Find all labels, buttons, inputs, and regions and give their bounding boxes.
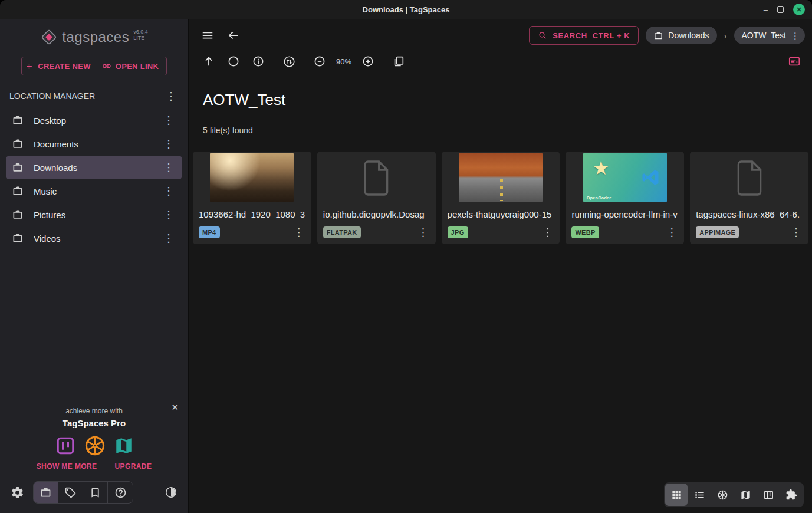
location-label: Videos (34, 234, 61, 244)
location-menu-icon[interactable]: ⋮ (161, 115, 176, 126)
file-card[interactable]: ★OpenCoderrunning-opencoder-llm-in-vWEBP… (566, 152, 684, 244)
map-pro-icon (114, 436, 134, 456)
file-card-footer: FLATPAK⋮ (317, 226, 436, 244)
sidebar-item-downloads[interactable]: Downloads⋮ (6, 156, 182, 179)
locations-panel-button[interactable] (34, 482, 58, 503)
locations-list: Desktop⋮Documents⋮Downloads⋮Music⋮Pictur… (0, 108, 188, 250)
bookmarks-panel-button[interactable] (83, 482, 108, 503)
briefcase-icon (12, 185, 24, 197)
file-thumbnail (193, 152, 311, 203)
close-teaser-icon[interactable]: ✕ (171, 402, 179, 413)
breadcrumb-current-label: AOTW_Test (742, 31, 786, 40)
generic-file-icon (733, 159, 766, 198)
teaser-subtitle: achieve more with (0, 407, 188, 415)
upgrade-link[interactable]: UPGRADE (115, 462, 152, 471)
sidebar-item-pictures[interactable]: Pictures⋮ (6, 203, 182, 226)
briefcase-icon (12, 114, 24, 126)
file-menu-icon[interactable]: ⋮ (540, 227, 555, 238)
extensions-puzzle-icon[interactable] (780, 484, 803, 506)
list-view-icon[interactable] (688, 484, 711, 506)
grid-view-icon[interactable] (665, 484, 688, 506)
location-menu-icon[interactable]: ⋮ (161, 139, 176, 149)
select-all-circle-icon[interactable] (225, 53, 242, 70)
search-button[interactable]: SEARCH CTRL + K (529, 26, 639, 45)
help-panel-button[interactable] (108, 482, 133, 503)
open-link-button[interactable]: OPEN LINK (94, 57, 166, 75)
location-manager-header: LOCATION MANAGER ⋮ (0, 85, 188, 108)
sidebar-item-videos[interactable]: Videos⋮ (6, 226, 182, 250)
gallery-view-icon[interactable] (711, 484, 734, 506)
open-details-panel-icon[interactable] (786, 53, 803, 70)
file-thumbnail: ★OpenCoder (566, 152, 684, 203)
file-type-badge[interactable]: MP4 (199, 226, 220, 238)
location-menu-icon[interactable]: ⋮ (161, 209, 176, 220)
pro-teaser: ✕ achieve more with TagSpaces Pro SHOW M… (0, 402, 188, 474)
back-arrow-icon[interactable] (225, 27, 242, 44)
file-name: 1093662-hd_1920_1080_3 (193, 203, 311, 219)
folder-properties-info-icon[interactable] (250, 53, 267, 70)
sidebar-item-documents[interactable]: Documents⋮ (6, 132, 182, 156)
thumbnail-label: OpenCoder (587, 196, 612, 200)
sidebar-item-music[interactable]: Music⋮ (6, 179, 182, 203)
theme-toggle-icon[interactable] (163, 485, 179, 500)
breadcrumb-current-chip[interactable]: AOTW_Test ⋮ (734, 27, 805, 44)
location-manager-menu-icon[interactable]: ⋮ (163, 91, 179, 101)
settings-gear-icon[interactable] (9, 485, 25, 500)
file-card[interactable]: 1093662-hd_1920_1080_3MP4⋮ (193, 152, 311, 244)
gallery-pro-icon (84, 435, 106, 457)
zoom-in-icon[interactable] (360, 53, 376, 70)
go-up-icon[interactable] (200, 53, 217, 70)
logo-wordmark: tagspaces (62, 29, 129, 45)
files-found-count: 5 file(s) found (203, 126, 812, 135)
header-right: SEARCH CTRL + K Downloads › AOTW_Test ⋮ (529, 26, 805, 45)
file-card[interactable]: io.github.diegopvlk.DosagFLATPAK⋮ (317, 152, 436, 244)
menu-hamburger-icon[interactable] (199, 27, 216, 44)
file-menu-icon[interactable]: ⋮ (291, 227, 307, 238)
plus-icon (25, 62, 34, 71)
tags-panel-button[interactable] (58, 482, 83, 503)
location-label: Music (34, 186, 57, 196)
show-me-more-link[interactable]: SHOW ME MORE (37, 462, 97, 471)
sidebar-panel-switcher (33, 481, 133, 504)
breadcrumb-menu-icon[interactable]: ⋮ (791, 31, 800, 40)
kanban-view-icon[interactable] (757, 484, 780, 506)
teaser-icons (0, 435, 188, 457)
location-menu-icon[interactable]: ⋮ (161, 186, 176, 196)
file-card[interactable]: tagspaces-linux-x86_64-6.APPIMAGE⋮ (690, 152, 808, 244)
file-card-footer: JPG⋮ (442, 226, 560, 244)
file-type-badge[interactable]: APPIMAGE (696, 226, 739, 238)
file-type-badge[interactable]: JPG (448, 226, 468, 238)
briefcase-icon (653, 31, 663, 41)
file-menu-icon[interactable]: ⋮ (416, 227, 431, 238)
sidebar-item-desktop[interactable]: Desktop⋮ (6, 108, 182, 132)
file-type-badge[interactable]: FLATPAK (323, 226, 361, 238)
sidebar-bottom-toolbar (0, 474, 188, 513)
map-view-icon[interactable] (734, 484, 757, 506)
file-menu-icon[interactable]: ⋮ (788, 227, 804, 238)
zoom-level: 90% (336, 57, 351, 66)
link-icon (102, 61, 111, 71)
file-type-badge[interactable]: WEBP (571, 226, 599, 238)
file-card-footer: MP4⋮ (193, 226, 311, 244)
location-menu-icon[interactable]: ⋮ (161, 162, 176, 173)
create-new-button[interactable]: CREATE NEW (22, 57, 94, 75)
pages-copy-icon[interactable] (390, 53, 407, 70)
maximize-button[interactable] (777, 6, 784, 13)
thumbnail-image (459, 153, 543, 202)
teaser-links: SHOW ME MORE UPGRADE (0, 462, 188, 471)
close-button[interactable]: ✕ (793, 4, 805, 15)
minimize-button[interactable]: – (764, 6, 768, 14)
sort-icon[interactable] (281, 53, 297, 70)
thumbnail-image (210, 153, 294, 202)
teaser-title: TagSpaces Pro (0, 418, 188, 428)
file-name: io.github.diegopvlk.Dosag (317, 203, 436, 219)
file-card[interactable]: pexels-thatguycraig000-15JPG⋮ (442, 152, 560, 244)
window-title: Downloads | TagSpaces (0, 5, 812, 14)
star-mascot-icon: ★ (593, 159, 610, 177)
location-label: Desktop (34, 116, 66, 126)
file-menu-icon[interactable]: ⋮ (664, 227, 679, 238)
breadcrumb-folder-chip[interactable]: Downloads (646, 27, 716, 44)
zoom-out-icon[interactable] (311, 53, 328, 70)
location-menu-icon[interactable]: ⋮ (161, 233, 176, 244)
briefcase-icon (12, 209, 24, 221)
